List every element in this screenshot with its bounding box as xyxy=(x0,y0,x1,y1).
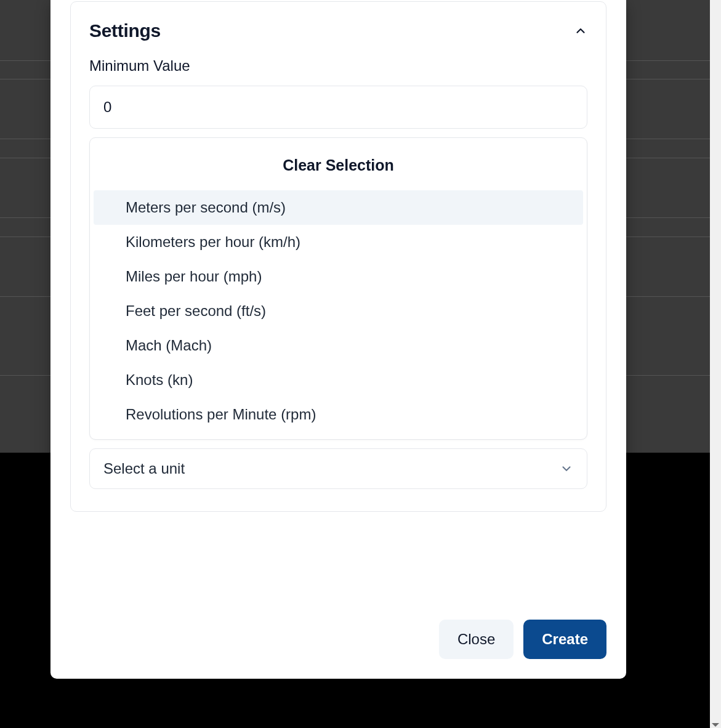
create-button[interactable]: Create xyxy=(523,620,606,659)
unit-dropdown-panel: Clear Selection Meters per second (m/s)K… xyxy=(89,137,587,440)
modal-footer: Close Create xyxy=(70,601,606,659)
unit-select[interactable]: Select a unit xyxy=(89,448,587,489)
unit-option[interactable]: Feet per second (ft/s) xyxy=(94,294,583,328)
scrollbar[interactable] xyxy=(710,0,721,728)
clear-selection-button[interactable]: Clear Selection xyxy=(94,153,583,190)
unit-option[interactable]: Miles per hour (mph) xyxy=(94,259,583,294)
settings-header[interactable]: Settings xyxy=(89,20,587,41)
unit-option[interactable]: Meters per second (m/s) xyxy=(94,190,583,225)
minimum-value-input[interactable] xyxy=(89,86,587,129)
settings-modal: Settings Minimum Value Clear Selection M… xyxy=(50,0,626,679)
close-button[interactable]: Close xyxy=(439,620,514,659)
unit-option[interactable]: Revolutions per Minute (rpm) xyxy=(94,397,583,432)
settings-title: Settings xyxy=(89,20,161,41)
chevron-down-icon xyxy=(560,462,573,475)
unit-option[interactable]: Knots (kn) xyxy=(94,363,583,397)
unit-select-placeholder: Select a unit xyxy=(103,460,185,477)
unit-option[interactable]: Mach (Mach) xyxy=(94,328,583,363)
unit-option[interactable]: Kilometers per hour (km/h) xyxy=(94,225,583,259)
chevron-up-icon xyxy=(574,24,587,38)
settings-card: Settings Minimum Value Clear Selection M… xyxy=(70,1,606,512)
minimum-value-label: Minimum Value xyxy=(89,57,587,75)
scroll-down-icon xyxy=(712,723,719,727)
